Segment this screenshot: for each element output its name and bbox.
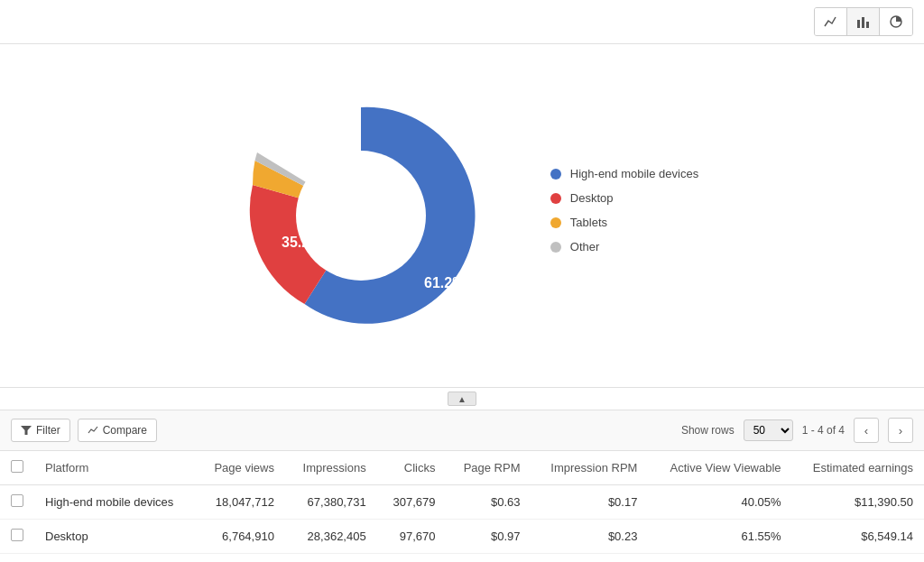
prev-page-btn[interactable]: ‹ bbox=[854, 418, 879, 443]
compare-button[interactable]: Compare bbox=[78, 419, 157, 442]
pie-chart-btn[interactable] bbox=[880, 8, 912, 35]
cell-earnings: $675.72 bbox=[792, 554, 924, 563]
legend-label-other: Other bbox=[570, 240, 600, 253]
header-active-view: Active View Viewable bbox=[648, 451, 791, 485]
rows-per-page-select[interactable]: 10 25 50 100 bbox=[744, 419, 793, 441]
legend-label-high-end: High-end mobile devices bbox=[570, 167, 698, 180]
cell-page-rpm: $0.68 bbox=[447, 554, 531, 563]
chart-legend: High-end mobile devices Desktop Tablets … bbox=[550, 167, 698, 264]
row-checkbox-col bbox=[0, 520, 34, 554]
legend-dot-desktop bbox=[550, 193, 561, 204]
legend-label-desktop: Desktop bbox=[570, 191, 614, 205]
svg-text:61.2%: 61.2% bbox=[424, 275, 465, 290]
legend-dot-tablets bbox=[550, 217, 561, 228]
cell-earnings: $11,390.50 bbox=[792, 485, 924, 520]
bar-chart-btn[interactable] bbox=[847, 8, 880, 35]
svg-marker-7 bbox=[21, 426, 32, 435]
toolbar-right: Show rows 10 25 50 100 1 - 4 of 4 ‹ › bbox=[681, 418, 913, 443]
legend-label-tablets: Tablets bbox=[570, 216, 607, 229]
filter-button[interactable]: Filter bbox=[11, 419, 70, 442]
header-earnings: Estimated earnings bbox=[792, 451, 924, 485]
next-page-btn[interactable]: › bbox=[888, 418, 913, 443]
cell-platform: Desktop bbox=[34, 520, 197, 554]
line-chart-btn[interactable] bbox=[815, 8, 847, 35]
svg-rect-0 bbox=[857, 20, 860, 28]
table-row: Desktop 6,764,910 28,362,405 97,670 $0.9… bbox=[0, 520, 924, 554]
legend-item-high-end: High-end mobile devices bbox=[550, 167, 698, 180]
cell-active-view: 40.05% bbox=[648, 485, 791, 520]
select-all-checkbox[interactable] bbox=[11, 460, 23, 473]
cell-platform: High-end mobile devices bbox=[34, 485, 197, 520]
data-table: Platform Page views Impressions Clicks P… bbox=[0, 451, 924, 562]
cell-page-views: 6,764,910 bbox=[197, 520, 285, 554]
svg-text:35.2%: 35.2% bbox=[282, 235, 322, 250]
cell-impressions: 67,380,731 bbox=[285, 485, 377, 520]
table-row: Tablets 1,000,222 3,611,155 16,400 $0.68… bbox=[0, 554, 924, 563]
cell-active-view: 40.89% bbox=[648, 554, 791, 563]
cell-clicks: 307,679 bbox=[377, 485, 447, 520]
cell-impressions: 3,611,155 bbox=[285, 554, 377, 563]
top-toolbar bbox=[0, 0, 924, 44]
legend-item-tablets: Tablets bbox=[550, 216, 698, 229]
table-header-row: Platform Page views Impressions Clicks P… bbox=[0, 451, 924, 485]
chart-section: 61.2% 35.2% High-end mobile devices Desk… bbox=[0, 44, 924, 387]
filter-label: Filter bbox=[36, 424, 60, 437]
cell-clicks: 16,400 bbox=[377, 554, 447, 563]
cell-impression-rpm: $0.19 bbox=[531, 554, 649, 563]
row-checkbox-col bbox=[0, 485, 34, 520]
chart-type-buttons bbox=[814, 7, 913, 36]
cell-active-view: 61.55% bbox=[648, 520, 791, 554]
donut-chart: 61.2% 35.2% bbox=[226, 80, 496, 351]
table-row: High-end mobile devices 18,047,712 67,38… bbox=[0, 485, 924, 520]
cell-page-rpm: $0.97 bbox=[447, 520, 531, 554]
row-checkbox[interactable] bbox=[11, 529, 23, 541]
row-checkbox-col bbox=[0, 554, 34, 563]
header-impressions: Impressions bbox=[285, 451, 377, 485]
cell-clicks: 97,670 bbox=[377, 520, 447, 554]
cell-impressions: 28,362,405 bbox=[285, 520, 377, 554]
svg-point-4 bbox=[296, 151, 426, 281]
cell-impression-rpm: $0.17 bbox=[531, 485, 649, 520]
show-rows-label: Show rows bbox=[681, 424, 735, 437]
cell-page-rpm: $0.63 bbox=[447, 485, 531, 520]
table-toolbar: Filter Compare Show rows 10 25 50 100 1 … bbox=[0, 410, 924, 451]
header-checkbox-col bbox=[0, 451, 34, 485]
legend-item-other: Other bbox=[550, 240, 698, 253]
legend-dot-high-end bbox=[550, 169, 561, 180]
cell-page-views: 18,047,712 bbox=[197, 485, 285, 520]
header-page-rpm: Page RPM bbox=[447, 451, 531, 485]
header-clicks: Clicks bbox=[377, 451, 447, 485]
svg-rect-1 bbox=[862, 17, 864, 28]
header-platform: Platform bbox=[34, 451, 197, 485]
collapse-chart-btn[interactable]: ▲ bbox=[448, 392, 476, 406]
toolbar-left: Filter Compare bbox=[11, 419, 157, 442]
cell-platform: Tablets bbox=[34, 554, 197, 563]
legend-item-desktop: Desktop bbox=[550, 191, 698, 205]
collapse-divider: ▲ bbox=[0, 387, 924, 410]
header-impression-rpm: Impression RPM bbox=[531, 451, 649, 485]
table-section: Filter Compare Show rows 10 25 50 100 1 … bbox=[0, 410, 924, 562]
page-info: 1 - 4 of 4 bbox=[802, 424, 845, 437]
legend-dot-other bbox=[550, 242, 561, 253]
cell-earnings: $6,549.14 bbox=[792, 520, 924, 554]
header-page-views: Page views bbox=[197, 451, 285, 485]
cell-page-views: 1,000,222 bbox=[197, 554, 285, 563]
svg-rect-2 bbox=[866, 22, 869, 28]
cell-impression-rpm: $0.23 bbox=[531, 520, 649, 554]
compare-label: Compare bbox=[103, 424, 147, 437]
row-checkbox[interactable] bbox=[11, 494, 23, 507]
